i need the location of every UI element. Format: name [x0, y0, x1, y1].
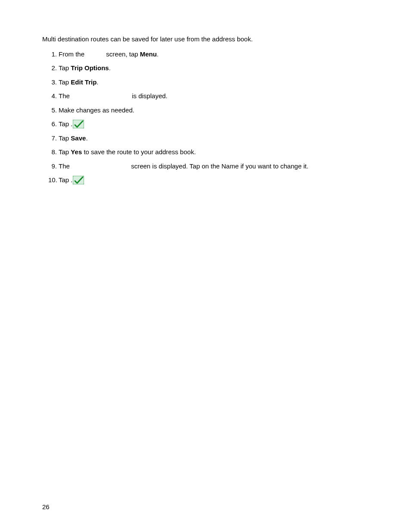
step-8-label: Yes [71, 148, 82, 156]
step-3-label: Edit Trip [71, 78, 97, 86]
checkmark-icon [73, 176, 84, 184]
step-1-after: screen, tap [104, 50, 140, 58]
step-7-tap: Tap [59, 134, 71, 142]
step-8-after: to save the route to your address book. [82, 148, 196, 156]
step-7: Tap Save. [59, 134, 369, 143]
step-2: Tap Trip Options. [59, 63, 369, 73]
step-1-before: From the [59, 50, 86, 58]
step-2-label: Trip Options [71, 64, 109, 72]
step-2-period: . [109, 64, 111, 72]
step-8-tap: Tap [59, 148, 71, 156]
step-9-before: The [59, 162, 72, 170]
step-3: Tap Edit Trip. [59, 78, 369, 87]
step-9: The screen is displayed. Tap on the Name… [59, 162, 369, 171]
step-6: Tap . [59, 119, 369, 129]
step-4: The is displayed. [59, 91, 369, 101]
step-7-period: . [86, 134, 87, 142]
page-number: 26 [42, 503, 50, 510]
page: Multi destination routes can be saved fo… [0, 0, 411, 532]
step-4-after: is displayed. [130, 92, 168, 100]
step-7-label: Save [71, 134, 86, 142]
step-4-before: The [59, 92, 72, 100]
step-6-tap: Tap [59, 120, 71, 128]
step-1-menu: Menu [140, 50, 157, 58]
step-10-tap: Tap [59, 176, 71, 184]
checkmark-icon [73, 120, 84, 128]
step-list: From the screen, tap Menu. Tap Trip Opti… [42, 50, 369, 185]
step-1-period: . [157, 50, 159, 58]
step-5-text: Make changes as needed. [59, 106, 134, 114]
step-3-tap: Tap [59, 78, 71, 86]
step-8: Tap Yes to save the route to your addres… [59, 147, 369, 157]
step-1: From the screen, tap Menu. [59, 50, 369, 59]
step-10: Tap . [59, 175, 369, 185]
step-5: Make changes as needed. [59, 106, 369, 115]
step-2-tap: Tap [59, 64, 71, 72]
step-3-period: . [97, 78, 98, 86]
step-9-after: screen is displayed. Tap on the Name if … [129, 162, 308, 170]
intro-text: Multi destination routes can be saved fo… [42, 34, 369, 44]
